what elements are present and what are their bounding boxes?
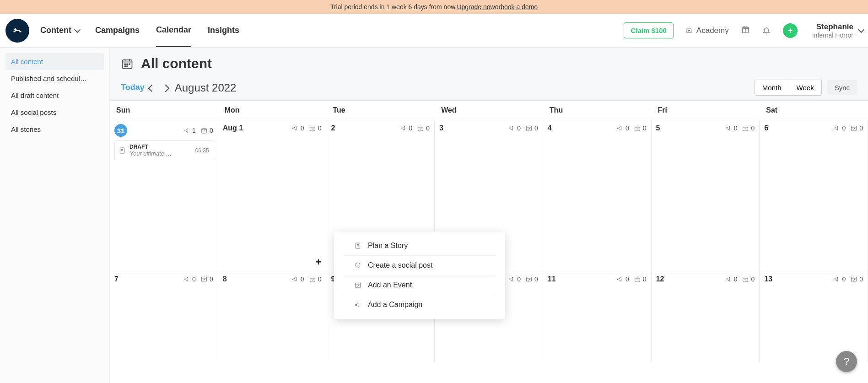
view-month-button[interactable]: Month (755, 80, 789, 96)
campaign-count: 0 (842, 275, 846, 283)
event-count: 0 (859, 124, 863, 132)
academy-link[interactable]: Academy (685, 26, 729, 35)
calendar-cell[interactable]: 400 (543, 120, 652, 271)
cell-add-button[interactable]: + (316, 256, 322, 268)
event-count: 0 (210, 127, 213, 134)
svg-rect-26 (527, 126, 532, 131)
today-button[interactable]: Today (121, 83, 145, 92)
event-count: 0 (318, 275, 322, 283)
ctx-add-event[interactable]: Add an Event (343, 275, 496, 295)
claim-button[interactable]: Claim $100 (624, 22, 673, 38)
calendar-check-icon (417, 124, 424, 132)
ctx-plan-story[interactable]: Plan a Story (343, 236, 496, 256)
sidebar-item-social[interactable]: All social posts (5, 104, 104, 121)
top-nav: Content Campaigns Calendar Insights Clai… (0, 14, 868, 48)
date-number: 4 (548, 124, 552, 132)
svg-rect-34 (202, 277, 207, 282)
sidebar-item-all-content[interactable]: All content (5, 53, 104, 70)
campaign-count: 0 (409, 124, 413, 132)
right-actions: Academy Stephanie Infernal Horror (685, 22, 863, 39)
notifications-button[interactable] (762, 25, 771, 36)
page-title: All content (141, 56, 212, 71)
cell-counts: 00 (725, 275, 755, 283)
context-menu: Plan a Story Create a social post Add an… (334, 232, 505, 319)
campaign-count: 0 (517, 124, 521, 132)
event-count: 0 (643, 124, 647, 132)
nav-insights[interactable]: Insights (208, 14, 239, 47)
calendar-check-icon (850, 124, 857, 132)
megaphone-icon (183, 127, 190, 134)
date-number: 6 (764, 124, 768, 132)
date-number: 8 (223, 275, 227, 283)
calendar-cell[interactable]: 1100 (543, 271, 652, 362)
draft-card[interactable]: DRAFTYour ultimate …06:35 (114, 140, 213, 160)
next-month-button[interactable] (158, 82, 172, 94)
date-number: 2 (331, 124, 335, 132)
event-count: 0 (859, 275, 863, 283)
ctx-add-campaign[interactable]: Add a Campaign (343, 295, 496, 314)
svg-point-15 (124, 66, 125, 67)
upgrade-link[interactable]: Upgrade now (457, 3, 495, 11)
campaign-count: 0 (517, 275, 521, 283)
month-label: August 2022 (175, 81, 237, 94)
chevron-down-icon (858, 28, 863, 33)
svg-point-13 (127, 64, 128, 65)
calendar-cell[interactable]: 500 (652, 120, 760, 271)
date-today-badge: 31 (114, 124, 127, 137)
cell-counts: 00 (833, 124, 863, 132)
draft-status: DRAFT (129, 144, 192, 150)
sidebar-item-drafts[interactable]: All draft content (5, 87, 104, 104)
nav-calendar[interactable]: Calendar (156, 14, 191, 47)
logo[interactable] (5, 19, 29, 43)
event-count: 0 (534, 275, 538, 283)
draft-title: Your ultimate … (129, 150, 192, 157)
calendar-check-icon (850, 275, 857, 283)
chevron-left-icon (149, 86, 154, 90)
date-number: Aug 1 (223, 124, 243, 132)
event-count: 0 (210, 275, 213, 283)
sidebar-item-stories[interactable]: All stories (5, 121, 104, 138)
sidebar-item-published[interactable]: Published and schedul… (5, 70, 104, 87)
megaphone-icon (291, 124, 299, 132)
user-menu[interactable]: Stephanie Infernal Horror (812, 22, 863, 39)
calendar-cell[interactable]: 3110DRAFTYour ultimate …06:35 (110, 120, 218, 271)
help-button[interactable]: ? (836, 351, 857, 372)
megaphone-icon (400, 124, 407, 132)
trial-text: Trial period ends in 1 week 6 days from … (330, 3, 457, 11)
sync-button[interactable]: Sync (827, 80, 857, 95)
event-count: 0 (426, 124, 430, 132)
megaphone-icon (508, 275, 515, 283)
nav-campaigns[interactable]: Campaigns (95, 14, 140, 47)
add-button[interactable] (783, 23, 798, 38)
calendar-check-icon (354, 281, 361, 289)
megaphone-icon (725, 275, 732, 283)
content-header: All content (110, 48, 868, 76)
svg-point-14 (129, 64, 130, 65)
megaphone-icon (508, 124, 515, 132)
calendar-cell[interactable]: 1200 (652, 271, 760, 362)
calendar-check-icon (200, 275, 208, 283)
view-week-button[interactable]: Week (789, 80, 822, 96)
campaign-count: 0 (625, 124, 629, 132)
nav-content-label: Content (40, 26, 71, 35)
calendar-icon (121, 57, 134, 70)
calendar-cell[interactable]: 700 (110, 271, 218, 362)
gift-button[interactable] (741, 25, 750, 36)
date-number: 5 (656, 124, 660, 132)
calendar-days-header: Sun Mon Tue Wed Thu Fri Sat (110, 101, 868, 120)
book-demo-link[interactable]: book a demo (501, 3, 538, 11)
academy-icon (685, 27, 693, 34)
cell-counts: 00 (508, 275, 538, 283)
nav-content[interactable]: Content (40, 14, 79, 47)
chevron-right-icon (163, 86, 167, 90)
megaphone-icon (725, 124, 732, 132)
calendar-cell[interactable]: 1300 (760, 271, 868, 362)
ctx-create-social[interactable]: Create a social post (343, 256, 496, 275)
calendar-cell[interactable]: Aug 100+ (218, 120, 327, 271)
calendar-cell[interactable]: 600 (760, 120, 868, 271)
academy-label: Academy (696, 26, 729, 35)
calendar-cell[interactable]: 800 (218, 271, 327, 362)
view-switch: Month Week (755, 80, 822, 96)
prev-month-button[interactable] (145, 82, 158, 94)
content-area: All content Today August 2022 Month Week… (110, 48, 868, 383)
